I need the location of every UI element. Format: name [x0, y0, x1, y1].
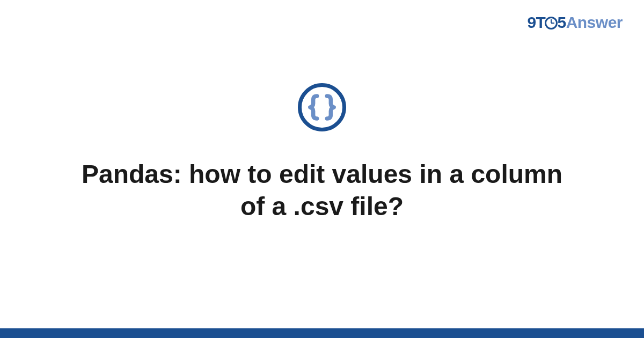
logo-text-9t: 9T [527, 13, 545, 31]
bottom-accent-bar [0, 328, 644, 338]
site-logo: 9T5Answer [527, 13, 623, 32]
clock-icon [545, 17, 558, 30]
category-icon-wrap [298, 83, 346, 131]
code-braces-icon [298, 83, 346, 131]
logo-text-answer: Answer [566, 13, 623, 31]
logo-text-5: 5 [557, 13, 566, 31]
main-content: Pandas: how to edit values in a column o… [0, 0, 644, 338]
question-title: Pandas: how to edit values in a column o… [80, 158, 564, 223]
